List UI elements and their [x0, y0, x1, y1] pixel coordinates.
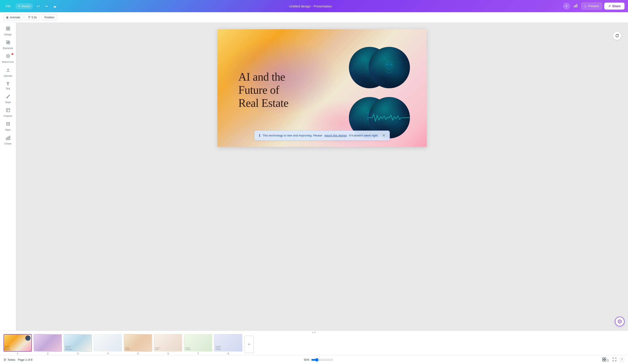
magic-resize-button[interactable] — [615, 317, 625, 326]
svg-point-7 — [6, 41, 8, 42]
sidebar-item-projects[interactable]: Projects — [1, 106, 15, 119]
svg-point-12 — [7, 55, 9, 57]
grid-view-button[interactable]: 1 — [601, 357, 610, 363]
notification-text-end: if it doesn't seem right. — [349, 134, 379, 137]
svg-point-19 — [6, 122, 7, 123]
doc-title: Untitled design - Presentation — [289, 4, 332, 8]
thumb-text-1: AI and theFuture ofReal Estate — [5, 346, 10, 350]
present-button[interactable]: ▷ Present — [581, 2, 602, 9]
thumbnail-wrapper-3: Current stateof the realestate industry … — [64, 334, 92, 355]
add-slide-button[interactable]: + — [244, 336, 254, 353]
thumbnail-wrapper-5: Benefitsto buyers 5 — [124, 334, 152, 355]
notification-close-button[interactable]: ✕ — [383, 133, 385, 138]
undo-button[interactable]: ↩ — [36, 3, 41, 9]
magic-wand-icon — [618, 319, 622, 324]
zoom-slider[interactable] — [311, 358, 333, 362]
thumbnail-6[interactable]: Benefits tosellers — [154, 334, 182, 352]
svg-rect-45 — [605, 358, 606, 359]
elements-icon — [6, 40, 10, 46]
charts-icon — [6, 135, 10, 142]
thumbnail-3[interactable]: Current stateof the realestate industry — [64, 334, 92, 352]
thumbnail-wrapper-1: AI and theFuture ofReal Estate 1 — [3, 334, 32, 355]
thumbnail-4[interactable] — [94, 334, 122, 352]
share-button[interactable]: ↗ Share — [604, 2, 625, 9]
svg-rect-44 — [603, 358, 604, 359]
svg-point-21 — [9, 122, 10, 123]
bottom-bar: Notes Page 1 of 8 50% 1 ? — [0, 355, 628, 364]
animate-icon: ◐ — [6, 16, 9, 19]
notification-banner: ℹ This technology is new and improving. … — [254, 131, 390, 140]
thumb-text-3: Current stateof the realestate industry — [65, 346, 72, 350]
thumb-label-8: 8 — [228, 353, 229, 355]
sidebar-item-text[interactable]: T Text — [1, 79, 15, 92]
sidebar-item-charts[interactable]: Charts — [1, 134, 15, 147]
grid-icon — [602, 358, 606, 362]
thumb-label-4: 4 — [107, 353, 109, 355]
thumbnail-2[interactable] — [34, 334, 62, 352]
sidebar-label-brand-hub: Brand Hub — [2, 61, 14, 64]
thumb-image-1 — [25, 335, 30, 341]
thumb-text-7: Potentialdrawbacks — [185, 347, 191, 350]
projects-icon — [6, 108, 10, 114]
thumbnail-wrapper-6: Benefits tosellers 6 — [154, 334, 182, 355]
sidebar-item-elements[interactable]: Elements — [1, 38, 15, 51]
sidebar-item-apps[interactable]: Apps — [1, 120, 15, 133]
sidebar-item-draw[interactable]: Draw — [1, 92, 15, 105]
refresh-icon — [615, 34, 619, 38]
bottom-left: Notes Page 1 of 8 — [3, 358, 32, 362]
topbar-left: File ✦ Resize ↩ ↪ ☁ — [3, 3, 58, 9]
position-button[interactable]: Position — [41, 14, 57, 20]
file-button[interactable]: File — [3, 3, 13, 9]
svg-point-34 — [385, 61, 393, 70]
svg-point-22 — [6, 123, 7, 124]
thumbnail-wrapper-8: Conclusionand futurepossibilities 8 — [214, 334, 242, 355]
sidebar-item-design[interactable]: Design — [1, 24, 15, 38]
sidebar-label-design: Design — [4, 33, 11, 36]
help-button[interactable]: ? — [619, 357, 625, 363]
duration-button[interactable]: ⏱ 5.0s — [25, 14, 40, 20]
circle-top-right — [369, 47, 410, 88]
thumbnail-8[interactable]: Conclusionand futurepossibilities — [214, 334, 242, 352]
save-cloud-button[interactable]: ☁ — [52, 3, 58, 9]
sidebar-item-brand-hub[interactable]: Brand Hub — [1, 52, 15, 65]
sidebar-label-uploads: Uploads — [3, 74, 12, 77]
bottom-right: 1 ? — [601, 357, 625, 363]
refresh-button[interactable] — [613, 31, 622, 40]
slide-canvas[interactable]: AI and the Future of Real Estate — [217, 29, 427, 147]
apps-icon — [6, 121, 10, 128]
canvas-area: AI and the Future of Real Estate — [16, 23, 628, 331]
resize-button[interactable]: ✦ Resize — [15, 3, 33, 9]
topbar-right: + ▷ Present ↗ Share — [563, 2, 625, 10]
strip-toggle[interactable]: ▲▼ — [0, 331, 628, 334]
svg-rect-3 — [6, 27, 8, 28]
bottom-center: 50% — [301, 358, 333, 362]
secondary-toolbar: ◐ Animate ⏱ 5.0s Position — [0, 12, 628, 23]
svg-point-35 — [387, 64, 388, 65]
svg-rect-28 — [6, 138, 7, 140]
report-design-link[interactable]: report this design — [324, 134, 347, 137]
notes-button[interactable]: Notes — [3, 358, 15, 362]
svg-point-40 — [619, 321, 620, 322]
thumbnail-wrapper-2: 2 — [34, 334, 62, 355]
svg-rect-2 — [577, 4, 577, 7]
sidebar-label-draw: Draw — [5, 101, 11, 104]
fullscreen-button[interactable] — [612, 357, 617, 363]
thumb-label-6: 6 — [167, 353, 169, 355]
svg-point-27 — [9, 125, 10, 126]
uploads-icon — [6, 68, 10, 74]
ai-figure-tr — [369, 47, 410, 88]
thumbnail-wrapper-4: 4 — [94, 334, 122, 355]
svg-rect-46 — [603, 360, 604, 361]
fullscreen-icon — [613, 358, 616, 361]
sidebar-item-uploads[interactable]: Uploads — [1, 66, 15, 79]
thumb-label-2: 2 — [47, 353, 48, 355]
redo-button[interactable]: ↪ — [44, 3, 49, 9]
add-collaborator-button[interactable]: + — [563, 2, 570, 9]
thumbnail-1[interactable]: AI and theFuture ofReal Estate — [3, 334, 32, 352]
animate-button[interactable]: ◐ Animate — [3, 14, 23, 20]
thumbnail-5[interactable]: Benefitsto buyers — [124, 334, 152, 352]
thumbnail-7[interactable]: Potentialdrawbacks — [184, 334, 212, 352]
thumbnail-wrapper-7: Potentialdrawbacks 7 — [184, 334, 212, 355]
svg-rect-1 — [575, 5, 576, 7]
analytics-button[interactable] — [572, 2, 579, 10]
